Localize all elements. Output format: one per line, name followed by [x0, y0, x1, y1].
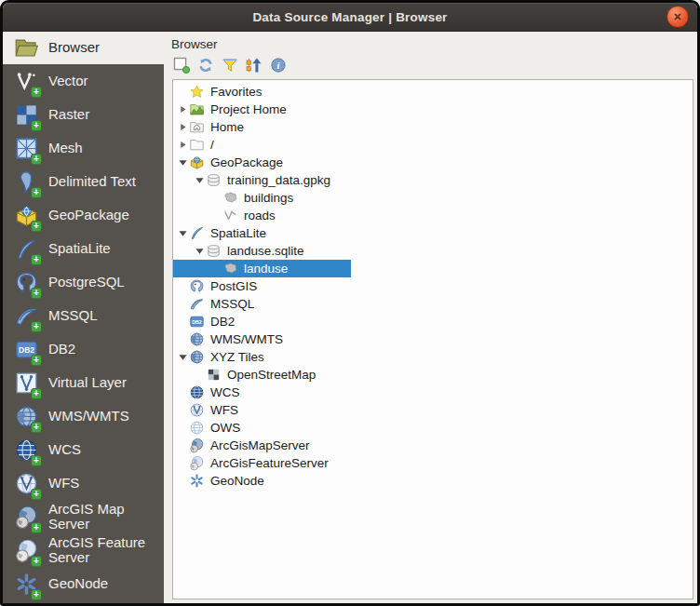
tree-item-label: roads [244, 209, 276, 222]
polygon-layer-icon [222, 261, 238, 276]
geonode-icon [189, 473, 205, 489]
refresh-icon [196, 56, 215, 74]
collapse-all-icon [245, 56, 263, 74]
ows-icon [189, 420, 205, 436]
tree-item-label: GeoPackage [210, 155, 283, 169]
tree-item-arcgismapserver[interactable]: ArcGisMapServer [173, 437, 693, 454]
tree-item-landuse-sqlite[interactable]: landuse.sqlite [173, 242, 693, 260]
add-plus-badge-icon: + [31, 556, 42, 567]
sidebar-item-vector[interactable]: +Vector [3, 64, 164, 98]
tree-item-label: Favorites [210, 85, 262, 99]
tree-item-home[interactable]: Home [173, 118, 693, 136]
properties-button[interactable]: i [268, 55, 289, 75]
tree-item-openstreetmap[interactable]: OpenStreetMap [173, 366, 693, 384]
tree-item-ows[interactable]: OWS [173, 419, 693, 437]
sidebar-item-label: WCS [48, 442, 81, 457]
arrow-expanded-icon[interactable] [193, 246, 206, 257]
sidebar-item-arcgis-map-server[interactable]: +ArcGIS Map Server [3, 500, 164, 533]
tree-item-db2[interactable]: DB2DB2 [173, 313, 693, 330]
sidebar-item-geopackage[interactable]: +GeoPackage [3, 198, 164, 232]
tree-item-training-data-gpkg[interactable]: training_data.gpkg [173, 171, 693, 189]
tree-item-favorites[interactable]: Favorites [173, 83, 693, 101]
arcgis-feature-server-icon [189, 455, 205, 471]
tree-item-label: Project Home [210, 102, 287, 116]
sidebar-item-label: Vector [48, 74, 88, 88]
add-plus-badge-icon: + [31, 321, 42, 332]
close-button[interactable] [666, 6, 689, 28]
wfs-icon [189, 402, 205, 418]
geonode-icon: + [14, 572, 39, 597]
tree-item-geonode[interactable]: GeoNode [173, 472, 693, 490]
tree-item-project-home[interactable]: Project Home [173, 101, 693, 118]
sidebar-item-wcs[interactable]: +WCS [3, 433, 164, 466]
polygon-layer-icon [222, 190, 238, 206]
arrow-collapsed-icon[interactable] [176, 104, 189, 115]
tree-item-root[interactable]: / [173, 136, 693, 154]
mesh-icon: + [14, 136, 39, 161]
add-layers-icon [172, 56, 191, 74]
tree-item-buildings[interactable]: buildings [173, 189, 693, 207]
add-plus-badge-icon: + [31, 87, 42, 98]
sidebar-item-label: Delimited Text [48, 174, 136, 189]
sidebar-item-db2[interactable]: DB2+DB2 [3, 332, 164, 366]
collapse-all-button[interactable] [244, 55, 264, 75]
tree-item-spatialite[interactable]: SpatiaLite [173, 224, 693, 242]
sidebar-item-delimited-text[interactable]: +Delimited Text [3, 165, 164, 198]
sidebar-item-label: PostgreSQL [48, 275, 125, 290]
sidebar-item-mssql[interactable]: +MSSQL [3, 299, 164, 332]
browser-toolbar: i [171, 55, 693, 75]
raster-icon: + [14, 102, 39, 128]
favorites-star-icon [189, 84, 205, 100]
arrow-expanded-icon[interactable] [193, 175, 206, 186]
tree-item-arcgisfeatureserver[interactable]: ArcGisFeatureServer [173, 454, 693, 472]
arrow-collapsed-icon[interactable] [176, 140, 189, 151]
add-plus-badge-icon: + [31, 254, 42, 265]
osm-tile-icon [206, 367, 222, 383]
sidebar-item-raster[interactable]: +Raster [3, 98, 164, 131]
sidebar-item-spatialite[interactable]: +SpatiaLite [3, 232, 164, 265]
svg-text:i: i [277, 61, 280, 71]
home-folder-icon [189, 119, 205, 135]
sidebar-item-label: WFS [48, 476, 79, 491]
sidebar-item-virtual-layer[interactable]: +Virtual Layer [3, 366, 164, 399]
arrow-collapsed-icon[interactable] [176, 122, 189, 133]
sidebar-item-mesh[interactable]: +Mesh [3, 131, 164, 165]
tree-item-label: ArcGisFeatureServer [210, 456, 329, 470]
arcgis-feature-server-icon: + [14, 538, 39, 563]
sidebar-item-geonode[interactable]: +GeoNode [3, 567, 164, 600]
tree-item-postgis[interactable]: PostGIS [173, 277, 693, 295]
add-plus-badge-icon: + [31, 154, 42, 165]
tree-item-landuse[interactable]: landuse [173, 260, 693, 277]
tree-item-roads[interactable]: roads [173, 207, 693, 224]
filter-browser-button[interactable] [220, 55, 240, 75]
tree-item-wcs[interactable]: WCS [173, 384, 693, 401]
tree-item-label: / [210, 138, 214, 152]
arrow-expanded-icon[interactable] [176, 228, 189, 239]
sidebar-item-wfs[interactable]: +WFS [3, 466, 164, 500]
tree-item-geopackage[interactable]: GeoPackage [173, 154, 693, 171]
sidebar-item-label: ArcGIS Feature Server [48, 535, 161, 565]
titlebar[interactable]: Data Source Manager | Browser [3, 3, 697, 32]
sidebar-item-arcgis-feature-server[interactable]: +ArcGIS Feature Server [3, 533, 164, 567]
tree-item-wfs[interactable]: WFS [173, 401, 693, 419]
tree-item-mssql[interactable]: MSSQL [173, 295, 693, 313]
sidebar-item-postgresql[interactable]: +PostgreSQL [3, 265, 164, 299]
sidebar-item-browser[interactable]: Browser [3, 32, 164, 64]
tree-item-wms-wmts[interactable]: WMS/WMTS [173, 330, 693, 348]
arrow-spacer [176, 334, 189, 345]
sidebar-item-wms-wmts[interactable]: +WMS/WMTS [3, 399, 164, 433]
tree-item-xyz-tiles[interactable]: XYZ Tiles [173, 348, 693, 366]
add-plus-badge-icon: + [31, 187, 42, 198]
wfs-icon: + [14, 471, 39, 496]
tree-item-label: MSSQL [210, 297, 254, 311]
spatialite-icon: + [14, 236, 39, 262]
arrow-expanded-icon[interactable] [176, 157, 189, 168]
refresh-button[interactable] [195, 55, 216, 75]
info-icon: i [269, 56, 288, 74]
wms-icon: + [14, 404, 39, 429]
tree-item-label: OWS [210, 421, 240, 435]
add-selected-layers-button[interactable] [171, 55, 192, 75]
close-icon [670, 9, 685, 24]
postgresql-icon: + [14, 270, 39, 295]
arrow-expanded-icon[interactable] [176, 352, 189, 363]
